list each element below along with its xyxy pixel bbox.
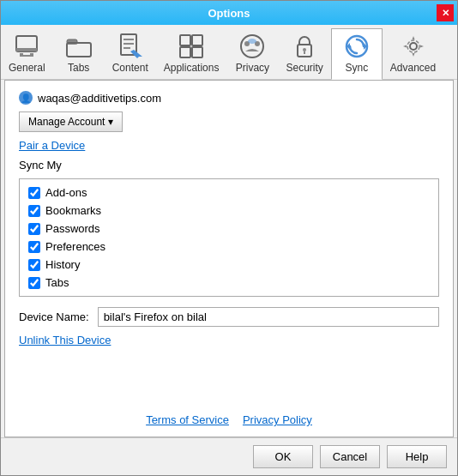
tab-privacy-label: Privacy <box>236 62 269 74</box>
sync-passwords-label: Passwords <box>45 222 100 235</box>
security-icon <box>291 33 318 60</box>
toolbar: General Tabs Con <box>1 25 457 80</box>
device-name-label: Device Name: <box>19 310 89 323</box>
bottom-buttons: OK Cancel Help <box>1 437 457 475</box>
device-name-row: Device Name: <box>19 307 439 327</box>
sync-preferences-label: Preferences <box>45 240 105 253</box>
tab-content[interactable]: Content <box>105 28 156 79</box>
applications-icon <box>178 33 205 60</box>
sync-tabs-checkbox[interactable] <box>28 277 40 289</box>
options-window: Options ✕ General <box>0 0 458 476</box>
privacy-policy-link[interactable]: Privacy Policy <box>243 413 312 426</box>
user-avatar-icon: 👤 <box>19 91 33 105</box>
user-row: 👤 waqas@additivetips.com <box>19 91 439 105</box>
general-icon <box>13 33 40 60</box>
manage-account-container: Manage Account ▾ <box>19 111 439 132</box>
tab-general-label: General <box>9 62 45 74</box>
title-bar: Options ✕ <box>1 1 457 25</box>
tab-advanced-label: Advanced <box>390 62 436 74</box>
tab-general[interactable]: General <box>1 28 53 79</box>
svg-rect-1 <box>16 48 37 51</box>
sync-bookmarks-label: Bookmarks <box>45 204 101 217</box>
tab-tabs-label: Tabs <box>68 62 89 74</box>
svg-point-22 <box>303 48 306 51</box>
sync-items-box: Add-ons Bookmarks Passwords Preferences … <box>19 178 439 297</box>
sync-item-addons: Add-ons <box>28 186 430 199</box>
terms-of-service-link[interactable]: Terms of Service <box>146 413 229 426</box>
sync-bookmarks-checkbox[interactable] <box>28 205 40 217</box>
sync-addons-checkbox[interactable] <box>28 187 40 199</box>
tab-security[interactable]: Security <box>278 28 330 79</box>
tab-sync[interactable]: Sync <box>331 28 383 80</box>
sync-history-checkbox[interactable] <box>28 259 40 271</box>
svg-rect-6 <box>67 43 91 57</box>
tab-security-label: Security <box>286 62 322 74</box>
sync-item-history: History <box>28 258 430 271</box>
cancel-button[interactable]: Cancel <box>320 445 380 468</box>
sync-addons-label: Add-ons <box>45 186 87 199</box>
svg-point-27 <box>410 43 417 50</box>
device-name-input[interactable] <box>98 307 439 327</box>
svg-rect-4 <box>20 55 33 57</box>
svg-rect-15 <box>180 47 190 57</box>
content-icon <box>117 33 144 60</box>
pair-device-container: Pair a Device <box>19 139 439 152</box>
tab-tabs[interactable]: Tabs <box>53 28 105 79</box>
svg-rect-13 <box>180 35 190 45</box>
user-email: waqas@additivetips.com <box>38 92 161 105</box>
ok-button[interactable]: OK <box>253 445 313 468</box>
unlink-container: Unlink This Device <box>19 334 439 346</box>
sync-item-bookmarks: Bookmarks <box>28 204 430 217</box>
sync-item-tabs: Tabs <box>28 276 430 289</box>
sync-my-label: Sync My <box>19 159 439 172</box>
sync-tabs-label: Tabs <box>45 276 69 289</box>
sync-item-preferences: Preferences <box>28 240 430 253</box>
svg-point-20 <box>248 39 256 44</box>
svg-rect-16 <box>192 47 202 57</box>
sync-history-label: History <box>45 258 80 271</box>
sync-item-passwords: Passwords <box>28 222 430 235</box>
svg-rect-14 <box>192 35 202 45</box>
tab-advanced[interactable]: Advanced <box>383 28 443 79</box>
manage-account-label: Manage Account <box>28 116 105 128</box>
tab-content-label: Content <box>112 62 148 74</box>
svg-point-17 <box>241 35 263 57</box>
footer-links: Terms of Service Privacy Policy <box>19 407 439 426</box>
manage-account-button[interactable]: Manage Account ▾ <box>19 111 123 132</box>
tab-privacy[interactable]: Privacy <box>226 28 278 79</box>
tab-sync-label: Sync <box>345 62 368 74</box>
pair-device-link[interactable]: Pair a Device <box>19 139 85 152</box>
window-title: Options <box>208 7 250 20</box>
unlink-device-link[interactable]: Unlink This Device <box>19 334 111 346</box>
sync-preferences-checkbox[interactable] <box>28 241 40 253</box>
sync-icon <box>343 33 371 60</box>
privacy-icon <box>238 33 266 60</box>
sync-passwords-checkbox[interactable] <box>28 223 40 235</box>
sync-content: 👤 waqas@additivetips.com Manage Account … <box>4 80 454 437</box>
close-button[interactable]: ✕ <box>437 4 454 21</box>
help-button[interactable]: Help <box>387 445 447 468</box>
advanced-icon <box>400 33 427 60</box>
tab-applications[interactable]: Applications <box>156 28 227 79</box>
tab-applications-label: Applications <box>164 62 220 74</box>
manage-account-arrow: ▾ <box>108 116 113 128</box>
tabs-icon <box>65 33 93 60</box>
